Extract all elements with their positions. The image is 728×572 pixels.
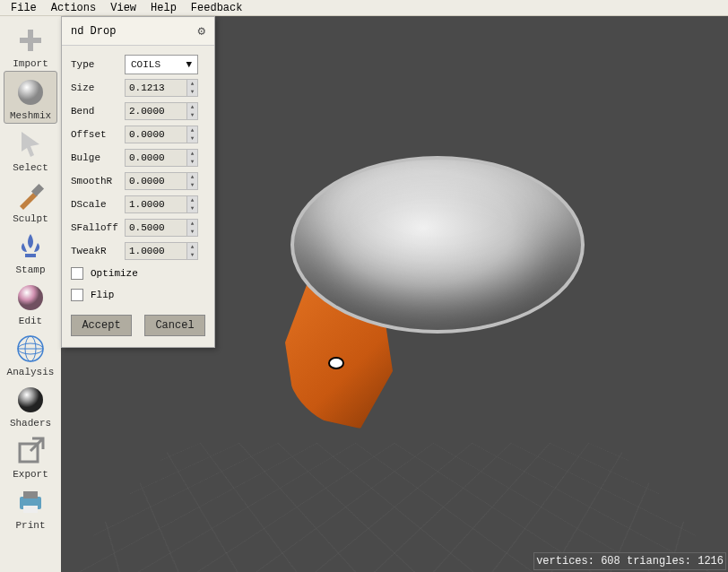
size-spinner[interactable]: ▲▼	[187, 79, 198, 97]
menu-file[interactable]: File	[4, 0, 44, 16]
smoothr-label: SmoothR	[71, 176, 125, 186]
smoothr-input[interactable]	[125, 172, 187, 190]
svg-rect-1	[20, 38, 41, 43]
offset-spinner[interactable]: ▲▼	[187, 126, 198, 143]
menu-actions[interactable]: Actions	[44, 0, 103, 16]
tool-analysis[interactable]: Analysis	[4, 328, 57, 379]
size-input[interactable]	[125, 79, 187, 97]
accept-button[interactable]: Accept	[71, 315, 132, 336]
tool-import[interactable]: Import	[4, 20, 57, 71]
bend-label: Bend	[71, 106, 125, 117]
sfalloff-spinner[interactable]: ▲▼	[187, 219, 198, 237]
chevron-down-icon: ▼	[186, 59, 192, 70]
optimize-checkbox[interactable]	[71, 267, 83, 280]
tool-edit[interactable]: Edit	[4, 277, 57, 328]
tool-export[interactable]: Export	[4, 430, 57, 481]
chrome-sphere-icon	[13, 383, 48, 417]
status-triangles: 1216	[698, 555, 724, 568]
sphere-icon	[13, 75, 48, 109]
offset-label: Offset	[71, 129, 125, 140]
sfalloff-input[interactable]	[125, 219, 187, 237]
cancel-button[interactable]: Cancel	[144, 315, 205, 336]
wireframe-sphere-icon	[13, 332, 48, 366]
bulge-input[interactable]	[125, 149, 187, 167]
gear-icon[interactable]: ⚙	[198, 23, 205, 39]
properties-panel[interactable]: nd Drop ⚙ Type COILS▼ Size ▲▼ Bend ▲▼ Of…	[61, 16, 215, 348]
panel-title: nd Drop	[71, 25, 116, 38]
dscale-label: DScale	[71, 199, 125, 210]
status-vertices: 608	[601, 555, 620, 568]
bulge-spinner[interactable]: ▲▼	[187, 149, 198, 167]
bulge-label: Bulge	[71, 152, 125, 163]
tweakr-spinner[interactable]: ▲▼	[187, 242, 198, 260]
menu-help[interactable]: Help	[143, 0, 184, 16]
tweakr-label: TweakR	[71, 246, 125, 256]
toolbar-sidebar: Import Meshmix Select Sculpt Stamp	[0, 16, 61, 572]
plus-icon	[13, 23, 48, 57]
svg-rect-12	[23, 491, 38, 498]
type-label: Type	[71, 59, 125, 70]
menu-feedback[interactable]: Feedback	[184, 0, 250, 16]
flip-label: Flip	[91, 290, 114, 300]
tool-shaders[interactable]: Shaders	[4, 379, 57, 430]
tool-stamp[interactable]: Stamp	[4, 226, 57, 277]
tool-print[interactable]: Print	[4, 481, 57, 533]
cursor-arrow-icon	[13, 127, 48, 161]
type-select[interactable]: COILS▼	[125, 55, 198, 74]
export-arrow-icon	[13, 434, 48, 468]
dscale-input[interactable]	[125, 195, 187, 213]
menu-view[interactable]: View	[103, 0, 143, 16]
offset-input[interactable]	[125, 126, 187, 143]
mesh-object-cup[interactable]	[285, 151, 608, 446]
dscale-spinner[interactable]: ▲▼	[187, 195, 198, 213]
sphere-highlight-icon	[13, 281, 48, 315]
edit-cursor-icon	[328, 357, 344, 369]
panel-header[interactable]: nd Drop ⚙	[62, 17, 214, 46]
svg-point-9	[18, 387, 43, 412]
printer-icon	[13, 485, 48, 519]
size-label: Size	[71, 82, 125, 93]
tool-select[interactable]: Select	[4, 124, 57, 175]
tool-meshmix[interactable]: Meshmix	[4, 71, 57, 124]
fleur-icon	[13, 230, 48, 264]
svg-point-4	[18, 285, 43, 310]
svg-point-2	[18, 80, 43, 105]
menubar: File Actions View Help Feedback	[0, 0, 728, 16]
status-bar: vertices: 608 triangles: 1216	[533, 552, 726, 570]
optimize-label: Optimize	[91, 268, 138, 279]
tool-sculpt[interactable]: Sculpt	[4, 175, 57, 226]
bend-spinner[interactable]: ▲▼	[187, 102, 198, 120]
tweakr-input[interactable]	[125, 242, 187, 260]
sfalloff-label: SFalloff	[71, 222, 125, 233]
svg-rect-13	[23, 506, 38, 513]
brush-icon	[13, 178, 48, 212]
smoothr-spinner[interactable]: ▲▼	[187, 172, 198, 190]
flip-checkbox[interactable]	[71, 289, 83, 301]
bend-input[interactable]	[125, 102, 187, 120]
